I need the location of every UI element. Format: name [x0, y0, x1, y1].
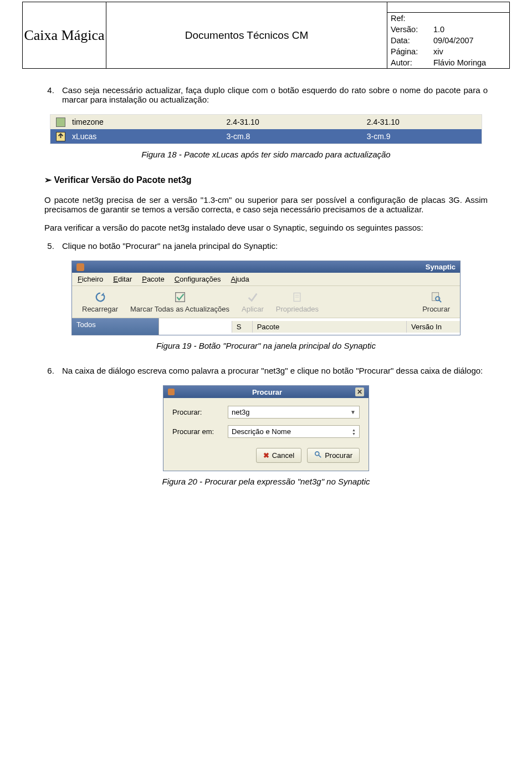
menubar: Ficheiro Editar Pacote Configurações Aju…: [72, 273, 460, 286]
author-value: Flávio Moringa: [430, 57, 509, 68]
svg-point-7: [315, 452, 319, 456]
search-label: Procurar: [325, 451, 352, 460]
properties-button[interactable]: Propriedades: [272, 289, 323, 314]
version-value: 1.0: [430, 24, 509, 35]
menu-help[interactable]: Ajuda: [231, 275, 249, 283]
menu-edit[interactable]: Editar: [113, 275, 132, 283]
ref-label: Ref:: [387, 13, 430, 24]
page-value: xiv: [430, 46, 509, 57]
svg-line-6: [439, 300, 442, 303]
search-label: Procurar:: [172, 408, 222, 416]
screenshot-search-dialog: Procurar ✕ Procurar: net3g ▼ Procurar em…: [163, 385, 369, 471]
apply-icon: [246, 290, 259, 304]
window-icon: [76, 263, 84, 271]
search-button[interactable]: Procurar: [307, 448, 360, 463]
doc-title: Documentos Técnicos CM: [106, 2, 387, 68]
package-v2: 3-cm.9: [367, 132, 465, 141]
mark-icon: [173, 290, 187, 304]
step-4-text: Caso seja necessário actualizar, faça du…: [57, 85, 488, 104]
search-in-select[interactable]: Descrição e Nome ▲▼: [228, 425, 360, 438]
package-name: xLucas: [72, 132, 227, 141]
search-label: Procurar: [422, 305, 450, 313]
search-input[interactable]: net3g ▼: [228, 406, 360, 419]
dropdown-icon[interactable]: ▼: [350, 409, 356, 415]
search-icon: [429, 290, 443, 304]
step-6-text: Na caixa de diálogo escreva como palavra…: [57, 366, 488, 375]
column-version[interactable]: Versão In: [406, 321, 460, 333]
reload-icon: [94, 290, 107, 304]
sidebar-item-all[interactable]: Todos: [72, 318, 159, 335]
reload-label: Recarregar: [82, 305, 118, 313]
package-name: timezone: [72, 118, 227, 126]
apply-label: Aplicar: [242, 305, 264, 313]
menu-package[interactable]: Pacote: [142, 275, 164, 283]
figure-18-caption: Figura 18 - Pacote xLucas após ter sido …: [22, 150, 510, 159]
figure-20-caption: Figura 20 - Procurar pela expressão "net…: [22, 477, 510, 486]
checkbox-installed-icon[interactable]: [56, 118, 65, 127]
package-v2: 2.4-31.10: [367, 118, 465, 126]
document-header: Caixa Mágica Documentos Técnicos CM Ref:…: [22, 2, 510, 69]
properties-icon: [290, 290, 304, 304]
ref-value: [430, 13, 509, 24]
figure-19-caption: Figura 19 - Botão "Procurar" na janela p…: [22, 341, 510, 350]
package-v1: 3-cm.8: [227, 132, 367, 141]
window-titlebar[interactable]: Synaptic: [72, 261, 460, 273]
list-header: Todos S Pacote Versão In: [72, 318, 460, 335]
dialog-title: Procurar: [179, 388, 355, 396]
screenshot-package-list: timezone 2.4-31.10 2.4-31.10 xLucas 3-cm…: [50, 114, 482, 144]
mark-all-button[interactable]: Marcar Todas as Actualizações: [126, 289, 234, 314]
svg-line-8: [319, 455, 321, 457]
dialog-titlebar[interactable]: Procurar ✕: [163, 386, 369, 398]
paragraph: Para verificar a versão do pacote net3g …: [44, 223, 488, 232]
reload-button[interactable]: Recarregar: [78, 289, 122, 314]
cancel-label: Cancel: [272, 451, 294, 460]
search-button[interactable]: Procurar: [418, 289, 454, 314]
cancel-icon: ✖: [263, 451, 269, 460]
page-label: Página:: [387, 46, 430, 57]
package-v1: 2.4-31.10: [227, 118, 367, 126]
menu-file[interactable]: Ficheiro: [78, 275, 103, 283]
column-s[interactable]: S: [232, 321, 252, 333]
apply-button[interactable]: Aplicar: [237, 289, 268, 314]
section-heading: Verificar Versão do Pacote net3g: [44, 175, 488, 185]
org-name: Caixa Mágica: [23, 2, 106, 68]
mark-label: Marcar Todas as Actualizações: [130, 305, 229, 313]
toolbar: Recarregar Marcar Todas as Actualizações…: [72, 286, 460, 318]
package-row-selected[interactable]: xLucas 3-cm.8 3-cm.9: [50, 129, 482, 144]
spin-icon[interactable]: ▲▼: [352, 428, 356, 436]
properties-label: Propriedades: [276, 305, 319, 313]
package-row[interactable]: timezone 2.4-31.10 2.4-31.10: [50, 115, 482, 129]
window-icon: [168, 389, 175, 395]
doc-metadata: Ref: Versão:1.0 Data:09/04/2007 Página:x…: [387, 2, 509, 68]
cancel-button[interactable]: ✖ Cancel: [256, 448, 301, 463]
search-in-value: Descrição e Nome: [232, 427, 291, 436]
search-in-label: Procurar em:: [172, 427, 222, 436]
author-label: Autor:: [387, 57, 430, 68]
close-icon[interactable]: ✕: [355, 387, 364, 396]
paragraph: O pacote net3g precisa de ser a versão "…: [44, 195, 488, 214]
window-title: Synaptic: [426, 263, 456, 271]
screenshot-synaptic-main: Synaptic Ficheiro Editar Pacote Configur…: [71, 261, 461, 335]
search-icon: [314, 451, 322, 460]
step-5-text: Clique no botão "Procurar" na janela pri…: [57, 241, 488, 251]
search-value: net3g: [232, 408, 250, 416]
checkbox-upgrade-icon[interactable]: [56, 132, 65, 141]
column-package[interactable]: Pacote: [252, 321, 406, 333]
version-label: Versão:: [387, 24, 430, 35]
date-value: 09/04/2007: [430, 35, 509, 46]
date-label: Data:: [387, 35, 430, 46]
menu-settings[interactable]: Configurações: [175, 275, 221, 283]
